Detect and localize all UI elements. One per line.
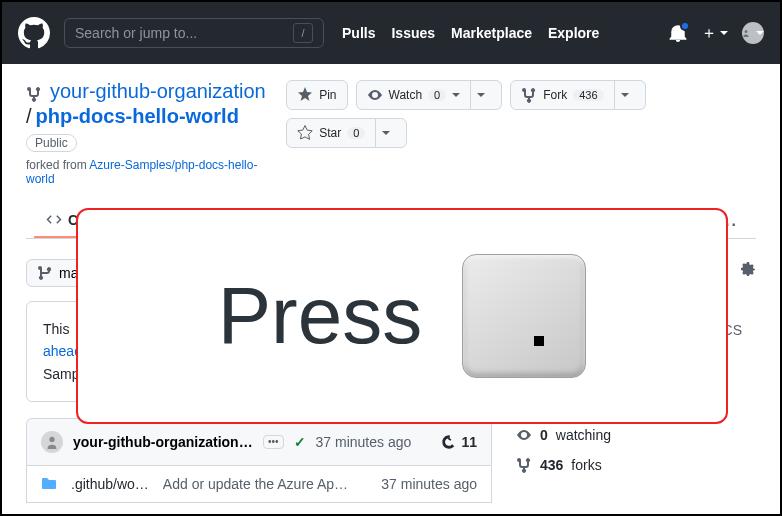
period-key-icon [462,254,586,378]
nav-marketplace[interactable]: Marketplace [451,25,532,41]
fork-count: 436 [573,89,603,101]
user-avatar[interactable] [742,22,764,44]
star-button[interactable]: Star0 [286,118,407,148]
slash-separator: / [26,105,32,128]
nav-links: Pulls Issues Marketplace Explore [342,25,599,41]
global-header: Search or jump to... / Pulls Issues Mark… [2,2,780,64]
author-avatar[interactable] [41,431,63,453]
commit-author[interactable]: your-github-organization A… [73,434,253,450]
check-icon[interactable]: ✓ [294,434,306,450]
search-placeholder: Search or jump to... [75,25,197,41]
watching-stat[interactable]: 0watching [516,427,756,443]
caret-down-icon [720,31,728,35]
visibility-badge: Public [26,134,77,152]
forks-stat[interactable]: 436forks [516,457,756,473]
repo-fork-icon [26,86,42,102]
commit-history[interactable]: 11 [441,434,477,450]
folder-icon [41,476,57,492]
file-name[interactable]: .github/wo… [71,476,149,492]
gear-icon[interactable] [740,261,756,277]
nav-explore[interactable]: Explore [548,25,599,41]
caret-down-icon [756,31,764,35]
pin-button[interactable]: Pin [286,80,347,110]
commit-expand[interactable]: ••• [263,435,284,449]
fork-button[interactable]: Fork436 [510,80,645,110]
latest-commit: your-github-organization A… ••• ✓ 37 min… [26,418,492,466]
search-input[interactable]: Search or jump to... / [64,18,324,48]
caret-down-icon [452,93,460,97]
commit-time: 37 minutes ago [316,434,412,450]
star-count: 0 [347,127,365,139]
press-key-overlay: Press [76,208,728,424]
overlay-text: Press [218,270,423,362]
watch-count: 0 [428,89,446,101]
fork-split[interactable] [614,81,635,109]
file-commit-msg[interactable]: Add or update the Azure Ap… [163,476,367,492]
repo-actions: Pin Watch0 Fork436 Star0 [286,80,756,148]
create-new-menu[interactable]: ＋ [701,23,728,44]
slash-key-icon: / [293,23,313,43]
watch-button[interactable]: Watch0 [356,80,503,110]
nav-pulls[interactable]: Pulls [342,25,375,41]
github-logo-icon[interactable] [18,17,50,49]
repo-name-link[interactable]: php-docs-hello-world [36,105,239,128]
star-split[interactable] [375,119,396,147]
repo-title: your-github-organization [26,80,276,103]
watch-split[interactable] [470,81,491,109]
file-row[interactable]: .github/wo… Add or update the Azure Ap… … [26,466,492,503]
header-right: ＋ [669,22,764,44]
repo-owner-link[interactable]: your-github-organization [50,80,266,103]
forked-from: forked from Azure-Samples/php-docs-hello… [26,158,276,186]
notification-dot-icon [680,21,690,31]
nav-issues[interactable]: Issues [391,25,435,41]
notifications-icon[interactable] [669,24,687,42]
file-time: 37 minutes ago [381,476,477,492]
